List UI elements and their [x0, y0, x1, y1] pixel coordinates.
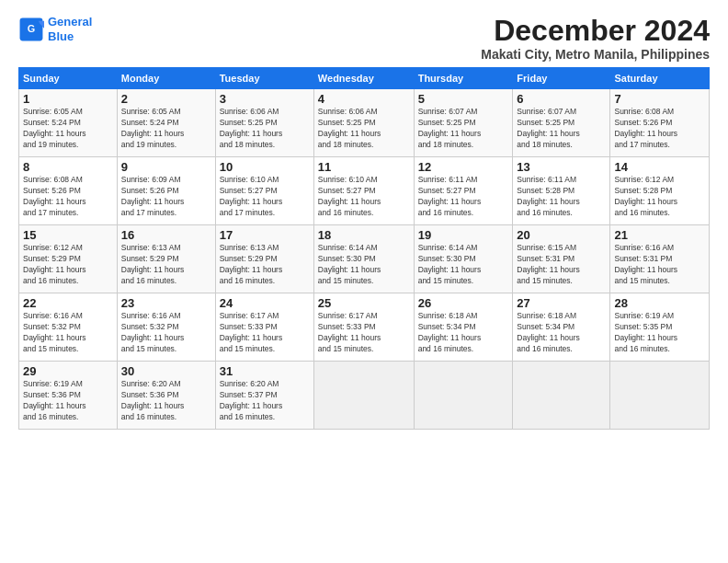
day-number: 10	[220, 160, 310, 174]
col-tuesday: Tuesday	[215, 68, 313, 89]
month-title: December 2024	[481, 15, 710, 47]
table-row: 26Sunrise: 6:18 AM Sunset: 5:34 PM Dayli…	[414, 293, 513, 362]
day-number: 19	[418, 228, 509, 242]
table-row	[610, 362, 710, 430]
day-info: Sunrise: 6:12 AM Sunset: 5:28 PM Dayligh…	[614, 175, 705, 219]
table-row: 21Sunrise: 6:16 AM Sunset: 5:31 PM Dayli…	[610, 225, 710, 293]
day-number: 12	[418, 160, 509, 174]
header: G General Blue December 2024 Makati City…	[18, 15, 710, 62]
table-row: 16Sunrise: 6:13 AM Sunset: 5:29 PM Dayli…	[117, 225, 215, 293]
title-area: December 2024 Makati City, Metro Manila,…	[481, 15, 710, 62]
day-number: 29	[23, 364, 113, 378]
table-row: 28Sunrise: 6:19 AM Sunset: 5:35 PM Dayli…	[610, 293, 710, 362]
col-friday: Friday	[513, 68, 610, 89]
day-number: 4	[318, 92, 410, 106]
day-info: Sunrise: 6:16 AM Sunset: 5:32 PM Dayligh…	[23, 311, 113, 355]
logo-line1: General	[48, 15, 92, 29]
day-info: Sunrise: 6:17 AM Sunset: 5:33 PM Dayligh…	[318, 311, 410, 355]
day-info: Sunrise: 6:09 AM Sunset: 5:26 PM Dayligh…	[121, 175, 211, 219]
table-row: 30Sunrise: 6:20 AM Sunset: 5:36 PM Dayli…	[117, 362, 215, 430]
day-info: Sunrise: 6:14 AM Sunset: 5:30 PM Dayligh…	[418, 243, 509, 287]
day-info: Sunrise: 6:11 AM Sunset: 5:28 PM Dayligh…	[517, 175, 606, 219]
table-row: 18Sunrise: 6:14 AM Sunset: 5:30 PM Dayli…	[313, 225, 414, 293]
table-row: 23Sunrise: 6:16 AM Sunset: 5:32 PM Dayli…	[117, 293, 215, 362]
day-info: Sunrise: 6:19 AM Sunset: 5:35 PM Dayligh…	[614, 311, 705, 355]
day-number: 8	[23, 160, 113, 174]
logo-icon: G	[18, 17, 44, 42]
day-number: 18	[318, 228, 410, 242]
calendar-week-row: 1Sunrise: 6:05 AM Sunset: 5:24 PM Daylig…	[19, 89, 710, 157]
calendar: Sunday Monday Tuesday Wednesday Thursday…	[18, 67, 710, 430]
calendar-week-row: 29Sunrise: 6:19 AM Sunset: 5:36 PM Dayli…	[19, 362, 710, 430]
day-info: Sunrise: 6:13 AM Sunset: 5:29 PM Dayligh…	[121, 243, 211, 287]
table-row: 13Sunrise: 6:11 AM Sunset: 5:28 PM Dayli…	[513, 157, 610, 225]
day-number: 26	[418, 296, 509, 310]
day-info: Sunrise: 6:06 AM Sunset: 5:25 PM Dayligh…	[220, 107, 310, 151]
table-row: 9Sunrise: 6:09 AM Sunset: 5:26 PM Daylig…	[117, 157, 215, 225]
day-number: 17	[220, 228, 310, 242]
table-row: 3Sunrise: 6:06 AM Sunset: 5:25 PM Daylig…	[215, 89, 313, 157]
day-number: 14	[614, 160, 705, 174]
table-row: 17Sunrise: 6:13 AM Sunset: 5:29 PM Dayli…	[215, 225, 313, 293]
day-number: 2	[121, 92, 211, 106]
day-number: 24	[220, 296, 310, 310]
col-saturday: Saturday	[610, 68, 710, 89]
table-row: 25Sunrise: 6:17 AM Sunset: 5:33 PM Dayli…	[313, 293, 414, 362]
day-number: 9	[121, 160, 211, 174]
day-info: Sunrise: 6:17 AM Sunset: 5:33 PM Dayligh…	[220, 311, 310, 355]
day-info: Sunrise: 6:11 AM Sunset: 5:27 PM Dayligh…	[418, 175, 509, 219]
day-number: 28	[614, 296, 705, 310]
table-row: 8Sunrise: 6:08 AM Sunset: 5:26 PM Daylig…	[19, 157, 118, 225]
table-row	[513, 362, 610, 430]
day-number: 20	[517, 228, 606, 242]
table-row: 29Sunrise: 6:19 AM Sunset: 5:36 PM Dayli…	[19, 362, 118, 430]
day-info: Sunrise: 6:19 AM Sunset: 5:36 PM Dayligh…	[23, 379, 113, 423]
day-info: Sunrise: 6:07 AM Sunset: 5:25 PM Dayligh…	[517, 107, 606, 151]
table-row	[414, 362, 513, 430]
day-number: 23	[121, 296, 211, 310]
col-sunday: Sunday	[19, 68, 118, 89]
day-number: 1	[23, 92, 113, 106]
day-number: 6	[517, 92, 606, 106]
day-number: 30	[121, 364, 211, 378]
day-info: Sunrise: 6:13 AM Sunset: 5:29 PM Dayligh…	[220, 243, 310, 287]
day-info: Sunrise: 6:16 AM Sunset: 5:31 PM Dayligh…	[614, 243, 705, 287]
table-row	[313, 362, 414, 430]
table-row: 31Sunrise: 6:20 AM Sunset: 5:37 PM Dayli…	[215, 362, 313, 430]
table-row: 22Sunrise: 6:16 AM Sunset: 5:32 PM Dayli…	[19, 293, 118, 362]
calendar-week-row: 22Sunrise: 6:16 AM Sunset: 5:32 PM Dayli…	[19, 293, 710, 362]
col-monday: Monday	[117, 68, 215, 89]
logo-line2: Blue	[48, 29, 74, 43]
day-info: Sunrise: 6:05 AM Sunset: 5:24 PM Dayligh…	[121, 107, 211, 151]
calendar-week-row: 15Sunrise: 6:12 AM Sunset: 5:29 PM Dayli…	[19, 225, 710, 293]
day-info: Sunrise: 6:08 AM Sunset: 5:26 PM Dayligh…	[23, 175, 113, 219]
day-number: 5	[418, 92, 509, 106]
day-info: Sunrise: 6:18 AM Sunset: 5:34 PM Dayligh…	[517, 311, 606, 355]
table-row: 4Sunrise: 6:06 AM Sunset: 5:25 PM Daylig…	[313, 89, 414, 157]
day-number: 11	[318, 160, 410, 174]
day-info: Sunrise: 6:10 AM Sunset: 5:27 PM Dayligh…	[318, 175, 410, 219]
day-info: Sunrise: 6:10 AM Sunset: 5:27 PM Dayligh…	[220, 175, 310, 219]
logo-text: General Blue	[48, 15, 92, 43]
calendar-header-row: Sunday Monday Tuesday Wednesday Thursday…	[19, 68, 710, 89]
day-info: Sunrise: 6:20 AM Sunset: 5:37 PM Dayligh…	[220, 379, 310, 423]
logo: G General Blue	[18, 15, 92, 43]
day-number: 25	[318, 296, 410, 310]
table-row: 12Sunrise: 6:11 AM Sunset: 5:27 PM Dayli…	[414, 157, 513, 225]
calendar-week-row: 8Sunrise: 6:08 AM Sunset: 5:26 PM Daylig…	[19, 157, 710, 225]
table-row: 24Sunrise: 6:17 AM Sunset: 5:33 PM Dayli…	[215, 293, 313, 362]
day-info: Sunrise: 6:20 AM Sunset: 5:36 PM Dayligh…	[121, 379, 211, 423]
table-row: 19Sunrise: 6:14 AM Sunset: 5:30 PM Dayli…	[414, 225, 513, 293]
day-info: Sunrise: 6:06 AM Sunset: 5:25 PM Dayligh…	[318, 107, 410, 151]
day-number: 7	[614, 92, 705, 106]
day-info: Sunrise: 6:08 AM Sunset: 5:26 PM Dayligh…	[614, 107, 705, 151]
day-number: 3	[220, 92, 310, 106]
day-info: Sunrise: 6:07 AM Sunset: 5:25 PM Dayligh…	[418, 107, 509, 151]
table-row: 2Sunrise: 6:05 AM Sunset: 5:24 PM Daylig…	[117, 89, 215, 157]
table-row: 1Sunrise: 6:05 AM Sunset: 5:24 PM Daylig…	[19, 89, 118, 157]
table-row: 27Sunrise: 6:18 AM Sunset: 5:34 PM Dayli…	[513, 293, 610, 362]
day-number: 31	[220, 364, 310, 378]
day-number: 15	[23, 228, 113, 242]
day-info: Sunrise: 6:12 AM Sunset: 5:29 PM Dayligh…	[23, 243, 113, 287]
svg-text:G: G	[28, 23, 35, 34]
